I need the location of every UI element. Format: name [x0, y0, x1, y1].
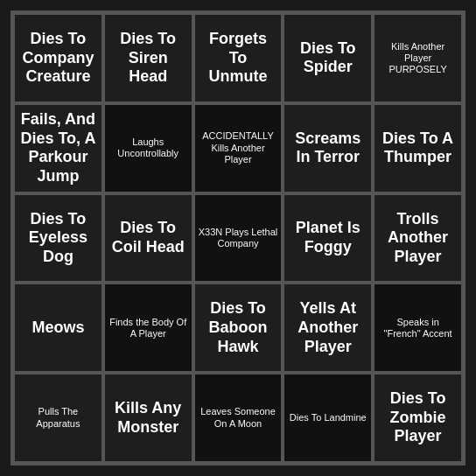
cell-text-3: Dies To Spider — [288, 39, 368, 77]
bingo-cell-7[interactable]: ACCIDENTALLY Kills Another Player — [193, 103, 284, 193]
cell-text-1: Dies To Siren Head — [108, 30, 188, 87]
cell-text-16: Finds the Body Of A Player — [108, 317, 188, 340]
bingo-cell-5[interactable]: Fails, And Dies To, A Parkour Jump — [13, 103, 103, 193]
bingo-cell-22[interactable]: Leaves Someone On A Moon — [193, 373, 284, 463]
cell-text-5: Fails, And Dies To, A Parkour Jump — [18, 110, 98, 186]
cell-text-12: X33N Plays Lethal Company — [199, 227, 278, 249]
cell-text-7: ACCIDENTALLY Kills Another Player — [199, 130, 278, 165]
cell-text-13: Planet Is Foggy — [288, 219, 368, 256]
bingo-cell-12[interactable]: X33N Plays Lethal Company — [193, 193, 284, 284]
bingo-cell-17[interactable]: Dies To Baboon Hawk — [193, 283, 284, 373]
cell-text-9: Dies To A Thumper — [378, 130, 458, 167]
bingo-cell-15[interactable]: Meows — [13, 283, 103, 373]
cell-text-6: Laughs Uncontrollably — [108, 136, 188, 159]
bingo-cell-19[interactable]: Speaks in "French" Accent — [373, 283, 463, 373]
cell-text-2: Forgets To Unmute — [199, 30, 278, 87]
bingo-cell-6[interactable]: Laughs Uncontrollably — [103, 103, 193, 193]
bingo-cell-4[interactable]: Kills Another Player PURPOSELY — [373, 13, 463, 103]
cell-text-21: Kills Any Monster — [108, 399, 188, 437]
bingo-cell-9[interactable]: Dies To A Thumper — [373, 103, 463, 193]
bingo-cell-0[interactable]: Dies To Company Creature — [13, 13, 103, 103]
cell-text-8: Screams In Terror — [288, 130, 368, 167]
cell-text-19: Speaks in "French" Accent — [378, 317, 458, 340]
cell-text-0: Dies To Company Creature — [18, 30, 98, 87]
bingo-cell-20[interactable]: Pulls The Apparatus — [13, 373, 103, 463]
cell-text-23: Dies To Landmine — [290, 412, 367, 424]
cell-text-10: Dies To Eyeless Dog — [18, 210, 98, 267]
bingo-cell-1[interactable]: Dies To Siren Head — [103, 13, 193, 103]
bingo-cell-24[interactable]: Dies To Zombie Player — [373, 373, 463, 463]
bingo-cell-18[interactable]: Yells At Another Player — [283, 283, 373, 373]
bingo-cell-11[interactable]: Dies To Coil Head — [103, 193, 193, 284]
bingo-cell-16[interactable]: Finds the Body Of A Player — [103, 283, 193, 373]
bingo-cell-3[interactable]: Dies To Spider — [283, 13, 373, 103]
bingo-cell-13[interactable]: Planet Is Foggy — [283, 193, 373, 284]
cell-text-14: Trolls Another Player — [378, 210, 458, 267]
cell-text-22: Leaves Someone On A Moon — [199, 406, 278, 429]
bingo-cell-10[interactable]: Dies To Eyeless Dog — [13, 193, 103, 284]
cell-text-20: Pulls The Apparatus — [18, 406, 98, 429]
bingo-cell-23[interactable]: Dies To Landmine — [283, 373, 373, 463]
cell-text-24: Dies To Zombie Player — [378, 389, 458, 446]
bingo-cell-14[interactable]: Trolls Another Player — [373, 193, 463, 284]
cell-text-18: Yells At Another Player — [288, 299, 368, 356]
bingo-board: Dies To Company CreatureDies To Siren He… — [10, 10, 466, 466]
cell-text-17: Dies To Baboon Hawk — [199, 299, 278, 356]
cell-text-4: Kills Another Player PURPOSELY — [378, 41, 458, 76]
cell-text-11: Dies To Coil Head — [108, 219, 188, 256]
bingo-cell-21[interactable]: Kills Any Monster — [103, 373, 193, 463]
cell-text-15: Meows — [32, 318, 84, 338]
bingo-cell-2[interactable]: Forgets To Unmute — [193, 13, 284, 103]
bingo-cell-8[interactable]: Screams In Terror — [283, 103, 373, 193]
